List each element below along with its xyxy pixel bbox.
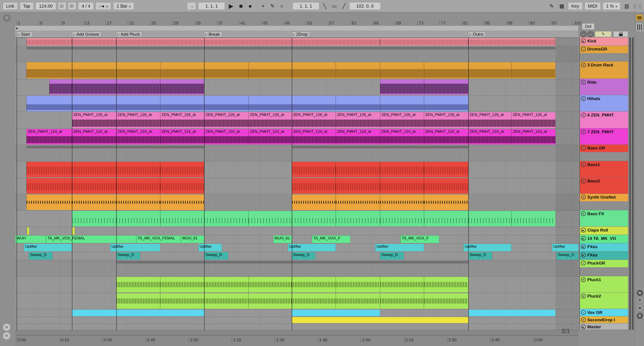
nudge-up-button[interactable]: [68, 2, 76, 10]
clip-claps-roll[interactable]: [27, 227, 29, 235]
clip-pluck2[interactable]: [204, 293, 248, 309]
clip-kick[interactable]: [26, 38, 72, 46]
clip-hihats[interactable]: [380, 96, 424, 111]
track-header-hihats-4[interactable]: ▼Hihats: [580, 95, 635, 111]
clip-fxes[interactable]: Sweep_D: [29, 252, 52, 260]
bar-ruler-mark[interactable]: 21: [128, 21, 134, 25]
fold-circle-icon[interactable]: ▼: [581, 162, 586, 167]
track-header-drumsgr-1[interactable]: ≡DrumsGR: [580, 46, 635, 62]
clip-kick[interactable]: [380, 38, 468, 46]
clip-pluck2[interactable]: [336, 293, 380, 309]
play-circle-icon[interactable]: ▶: [581, 324, 586, 329]
midi-map-button[interactable]: MIDI: [584, 2, 601, 10]
clip-vox-gr[interactable]: [72, 310, 204, 316]
play-circle-icon[interactable]: ▶: [581, 244, 586, 249]
clip-fxes[interactable]: Sweep_D: [292, 252, 316, 260]
clip-vox-gr[interactable]: [468, 310, 556, 316]
clip-fxes[interactable]: Uplifter: [464, 244, 511, 251]
clip-hihats[interactable]: [292, 96, 336, 111]
clip-3-drum-rack[interactable]: [380, 62, 424, 79]
clip-bass1[interactable]: [292, 162, 336, 177]
clip-bass2[interactable]: [292, 178, 336, 194]
locator-start[interactable]: ▷Start: [16, 32, 32, 37]
bar-ruler-mark[interactable]: 49: [284, 21, 290, 25]
clip-7-zen-pmht[interactable]: ZEN_PMHT_124_dr: [292, 129, 336, 144]
clip-6-zen-pmht[interactable]: ZEN_PMHT_126_dr: [292, 112, 336, 128]
overdub-button[interactable]: ○: [278, 2, 285, 10]
lane-hihats-4[interactable]: [15, 96, 578, 112]
loop-brace-scrub-strip[interactable]: ▶: [15, 26, 578, 31]
track-header-claps-roll-12[interactable]: ▶Claps Roll: [580, 227, 635, 235]
metronome-button[interactable]: ○●▾: [96, 2, 111, 10]
clip-bass-fx[interactable]: [204, 211, 248, 226]
clip-claps-roll[interactable]: [72, 227, 74, 235]
clip-7-zen-pmht[interactable]: ZEN_PMHT_124_dr: [336, 129, 380, 144]
bar-ruler-mark[interactable]: 25: [150, 21, 156, 25]
clip-14-ta-mk-vo[interactable]: TA_MK_VOX_FEMAL: [136, 236, 181, 243]
clip-bass1[interactable]: [116, 162, 160, 177]
clip-fxes[interactable]: Uplifter: [375, 244, 424, 251]
delete-button[interactable]: Del: [582, 23, 594, 30]
clip-fxes[interactable]: Sweep_D: [116, 252, 140, 260]
clip-kick[interactable]: [72, 38, 116, 46]
clip-7-zen-pmht[interactable]: ZEN_PMHT_124_dr: [72, 129, 116, 144]
arrangement-start-marker-icon[interactable]: ▶: [16, 26, 18, 30]
lane-synth-onenot-10[interactable]: [15, 194, 578, 211]
link-button[interactable]: Link: [3, 2, 18, 10]
clip-pluck1[interactable]: [116, 277, 160, 292]
clip-ride[interactable]: [116, 79, 160, 95]
capture-midi-button[interactable]: +: [260, 2, 266, 10]
clip-pluck1[interactable]: [336, 277, 380, 292]
group-circle-icon[interactable]: ≡: [581, 261, 586, 265]
track-header-6-zen-pmht-5[interactable]: ▼6 ZEN_PMHT: [580, 111, 635, 128]
lane-kick-0[interactable]: [15, 38, 578, 46]
track-header-bass2-9[interactable]: ▼Bass2: [580, 178, 635, 194]
m-badge[interactable]: M: [636, 305, 643, 311]
clip-bass-fx[interactable]: [380, 211, 424, 226]
clip-pluck1[interactable]: [204, 277, 248, 292]
clip-synth-onenot[interactable]: [72, 195, 116, 210]
bar-ruler-mark[interactable]: 57: [328, 21, 334, 25]
bar-ruler-mark[interactable]: 9: [61, 21, 65, 25]
lane-pluck1-17[interactable]: [15, 277, 578, 293]
clip-hihats[interactable]: [160, 96, 204, 111]
clip-pluck1[interactable]: [424, 277, 468, 292]
lane-6-zen-pmht-5[interactable]: ZEN_PMHT_126_drZEN_PMHT_126_drZEN_PMHT_1…: [15, 112, 578, 129]
clip-bass2[interactable]: [380, 178, 424, 194]
bar-ruler-mark[interactable]: 65: [373, 21, 379, 25]
clip-hihats[interactable]: [72, 96, 116, 111]
clip-6-zen-pmht[interactable]: ZEN_PMHT_126_dr: [116, 112, 160, 128]
clip-3-drum-rack[interactable]: [292, 62, 336, 79]
clip-synth-onenot[interactable]: [424, 195, 468, 210]
bar-ruler-mark[interactable]: 73: [417, 21, 423, 25]
clip-bass-fx[interactable]: [468, 211, 511, 226]
clip-fxes[interactable]: Uplifter: [198, 244, 222, 251]
draw-mode-button[interactable]: ✎: [268, 2, 276, 10]
io-badge[interactable]: io: [636, 290, 643, 296]
track-header-pluck2-18[interactable]: ▼Pluck2: [580, 293, 635, 309]
fold-circle-icon[interactable]: ▼: [581, 277, 586, 282]
clip-pluck2[interactable]: [116, 293, 160, 309]
track-header-ride-3[interactable]: ▼Ride: [580, 79, 635, 95]
clip-bass2[interactable]: [72, 178, 116, 194]
clip-bass1[interactable]: [336, 162, 380, 177]
locator-2drop[interactable]: ▷2Drop: [292, 32, 310, 37]
fold-circle-icon[interactable]: ▼: [581, 63, 586, 67]
clip-hihats[interactable]: [248, 96, 292, 111]
computer-midi-keyboard-icon[interactable]: ▦: [558, 2, 566, 10]
clip-hihats[interactable]: [116, 96, 160, 111]
clip-pluck2[interactable]: [248, 293, 292, 309]
lane-seconddrop-i-20[interactable]: [15, 317, 578, 324]
track-header-seconddrop-i-20[interactable]: ▼SecondDrop I: [580, 316, 635, 323]
clip-7-zen-pmht[interactable]: ZEN_PMHT_124_dr: [468, 129, 511, 144]
quantization-menu[interactable]: 1 Bar▾: [113, 2, 134, 10]
clip-synth-onenot[interactable]: [380, 195, 424, 210]
track-header-vox-gr-19[interactable]: ≡Vox GR: [580, 309, 635, 316]
clip-6-zen-pmht[interactable]: ZEN_PMHT_126_dr: [468, 112, 511, 128]
punch-out-button[interactable]: ╱: [340, 2, 347, 10]
horizontal-scroll-strip[interactable]: [15, 330, 578, 335]
clip-fxes[interactable]: Uplifter: [110, 244, 160, 251]
show-automation-button[interactable]: ≈: [3, 323, 10, 331]
clip-bass2[interactable]: [116, 178, 160, 194]
clip-bass-fx[interactable]: [72, 211, 116, 226]
